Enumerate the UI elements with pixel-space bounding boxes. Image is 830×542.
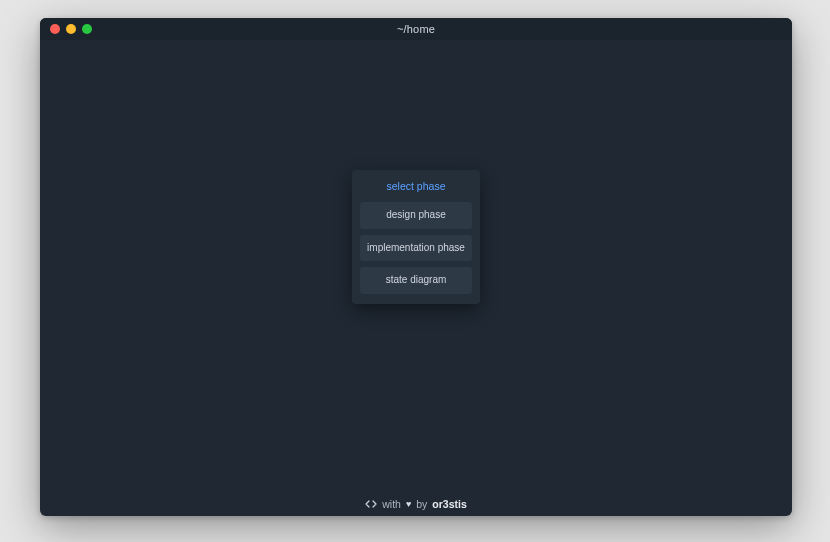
code-icon: [365, 498, 377, 510]
footer-author: or3stis: [432, 498, 466, 510]
footer-with: with: [382, 498, 401, 510]
menu-item-implementation-phase[interactable]: implementation phase: [360, 235, 472, 262]
phase-menu-header: select phase: [360, 178, 472, 196]
heart-icon: ♥: [406, 499, 411, 509]
window-title: ~/home: [397, 23, 435, 35]
close-icon[interactable]: [50, 24, 60, 34]
menu-item-design-phase[interactable]: design phase: [360, 202, 472, 229]
app-window: ~/home select phase design phase impleme…: [40, 18, 792, 516]
app-body: select phase design phase implementation…: [40, 40, 792, 492]
minimize-icon[interactable]: [66, 24, 76, 34]
menu-item-state-diagram[interactable]: state diagram: [360, 267, 472, 294]
maximize-icon[interactable]: [82, 24, 92, 34]
footer-by: by: [416, 498, 427, 510]
footer: with ♥ by or3stis: [40, 492, 792, 516]
phase-menu: select phase design phase implementation…: [352, 170, 480, 304]
titlebar: ~/home: [40, 18, 792, 40]
traffic-lights: [50, 24, 92, 34]
